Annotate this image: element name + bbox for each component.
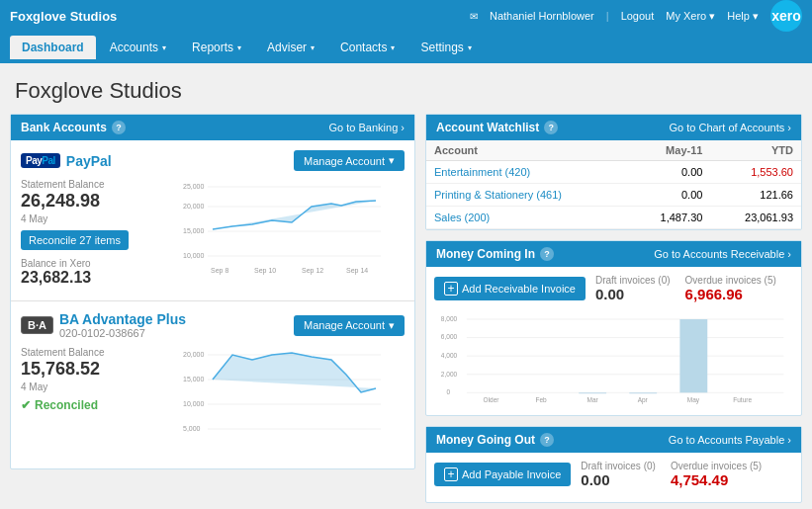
top-bar-right: ✉ Nathaniel Hornblower | Logout My Xero …: [470, 0, 802, 32]
money-out-stats: Draft invoices (0) 0.00 Overdue invoices…: [581, 461, 762, 488]
watchlist-row: Entertainment (420) 0.00 1,553.60: [426, 161, 801, 184]
contacts-caret: ▾: [391, 43, 395, 52]
paypal-manage-button[interactable]: Manage Account ▾: [294, 150, 405, 171]
add-receivable-invoice-button[interactable]: + Add Receivable Invoice: [434, 277, 586, 300]
ba-account-card: B·A BA Advantage Plus 020-0102-038667 Ma…: [11, 301, 414, 468]
money-out-body: + Add Payable Invoice Draft invoices (0)…: [426, 453, 801, 502]
paypal-bank-info: Statement Balance 26,248.98 4 May Reconc…: [21, 179, 149, 287]
money-going-out-panel: Money Going Out ? Go to Accounts Payable…: [425, 426, 802, 503]
ba-chart-svg: 20,000 15,000 10,000 5,000: [159, 347, 405, 456]
money-out-title: Money Going Out: [436, 433, 535, 447]
adviser-caret: ▾: [311, 43, 315, 52]
svg-text:Mar: Mar: [587, 396, 599, 403]
paypal-statement-label: Statement Balance: [21, 179, 149, 190]
money-in-info-icon: ?: [540, 247, 554, 261]
col-account: Account: [426, 140, 628, 161]
settings-caret: ▾: [468, 43, 472, 52]
paypal-reconcile-button[interactable]: Reconcile 27 items: [21, 230, 129, 250]
svg-text:5,000: 5,000: [183, 425, 201, 432]
ba-bank-info: Statement Balance 15,768.52 4 May ✔ Reco…: [21, 347, 149, 412]
svg-text:20,000: 20,000: [183, 351, 205, 358]
draft-invoices-out: Draft invoices (0) 0.00: [581, 461, 656, 488]
draft-invoices-in: Draft invoices (0) 0.00: [595, 275, 671, 302]
paypal-xero-balance: 23,682.13: [21, 269, 149, 287]
svg-text:15,000: 15,000: [183, 376, 205, 382]
watchlist-may: 1,487.30: [628, 207, 710, 229]
go-to-chart-link[interactable]: Go to Chart of Accounts ›: [669, 122, 791, 133]
ba-statement-amount: 15,768.52: [21, 359, 149, 380]
money-out-invoice-row: + Add Payable Invoice Draft invoices (0)…: [434, 461, 793, 488]
bank-accounts-panel: Bank Accounts ? Go to Banking › PayPal P…: [10, 114, 415, 469]
xero-logo: xero: [770, 0, 802, 32]
go-to-banking-link[interactable]: Go to Banking ›: [329, 122, 405, 133]
go-to-ap-link[interactable]: Go to Accounts Payable ›: [669, 434, 791, 446]
col-ytd: YTD: [710, 140, 801, 161]
ba-manage-button[interactable]: Manage Account ▾: [294, 315, 405, 336]
overdue-invoices-in: Overdue invoices (5) 6,966.96: [685, 275, 776, 302]
nav-settings[interactable]: Settings ▾: [408, 36, 483, 59]
paypal-logo: PayPal: [21, 153, 60, 168]
paypal-xero-label: Balance in Xero: [21, 258, 149, 269]
nav-accounts[interactable]: Accounts ▾: [98, 36, 178, 59]
username: Nathaniel Hornblower: [490, 10, 594, 22]
paypal-logo-area: PayPal PayPal: [21, 153, 112, 169]
money-out-info-icon: ?: [540, 433, 554, 447]
bank-accounts-title: Bank Accounts: [21, 121, 107, 134]
watchlist-account-name: Sales (200): [426, 207, 628, 229]
watchlist-ytd: 121.66: [710, 184, 801, 207]
watchlist-ytd: 23,061.93: [710, 207, 801, 229]
paypal-chart-svg: 25,000 20,000 15,000 10,000: [159, 179, 405, 288]
money-in-header: Money Coming In ? Go to Accounts Receiva…: [426, 241, 801, 267]
svg-text:10,000: 10,000: [183, 252, 205, 259]
ba-account-num: 020-0102-038667: [59, 327, 186, 339]
reports-caret: ▾: [237, 43, 241, 52]
col-may: May-11: [628, 140, 710, 161]
svg-text:0: 0: [446, 388, 450, 395]
paypal-account-card: PayPal PayPal Manage Account ▾ Statement…: [11, 140, 414, 301]
watchlist-ytd: 1,553.60: [710, 161, 801, 184]
money-out-header: Money Going Out ? Go to Accounts Payable…: [426, 427, 801, 453]
go-to-ar-link[interactable]: Go to Accounts Receivable ›: [654, 248, 791, 260]
svg-text:20,000: 20,000: [183, 203, 205, 210]
ba-logo-area: B·A BA Advantage Plus 020-0102-038667: [21, 311, 186, 339]
watchlist-account-name: Entertainment (420): [426, 161, 628, 184]
paypal-balance-date: 4 May: [21, 213, 149, 224]
watchlist-row: Printing & Stationery (461) 0.00 121.66: [426, 184, 801, 207]
checkmark-icon: ✔: [21, 398, 31, 412]
logout-link[interactable]: Logout: [621, 10, 655, 22]
ba-reconciled-badge: ✔ Reconciled: [21, 398, 149, 412]
bank-accounts-header: Bank Accounts ? Go to Banking ›: [11, 115, 414, 140]
svg-text:25,000: 25,000: [183, 183, 205, 190]
svg-text:4,000: 4,000: [441, 352, 458, 359]
top-bar: Foxglove Studios ✉ Nathaniel Hornblower …: [0, 0, 812, 32]
money-in-stats: Draft invoices (0) 0.00 Overdue invoices…: [595, 275, 776, 302]
svg-rect-33: [629, 392, 657, 393]
email-icon: ✉: [470, 11, 478, 22]
app-title: Foxglove Studios: [10, 9, 117, 24]
nav-adviser[interactable]: Adviser ▾: [255, 36, 326, 59]
nav-dashboard[interactable]: Dashboard: [10, 36, 96, 59]
accounts-caret: ▾: [162, 43, 166, 52]
watchlist-title: Account Watchlist: [436, 121, 539, 134]
my-xero-caret: ▾: [709, 10, 715, 22]
svg-text:2,000: 2,000: [441, 371, 458, 378]
add-payable-invoice-button[interactable]: + Add Payable Invoice: [434, 463, 571, 486]
ba-bank-name: BA Advantage Plus: [59, 311, 186, 327]
page-title: Foxglove Studios: [15, 78, 797, 104]
svg-text:May: May: [687, 396, 700, 404]
svg-text:Sep 12: Sep 12: [302, 267, 323, 275]
paypal-bank-name: PayPal: [66, 153, 112, 169]
nav-reports[interactable]: Reports ▾: [180, 36, 253, 59]
svg-text:Older: Older: [484, 396, 500, 403]
money-in-invoice-row: + Add Receivable Invoice Draft invoices …: [434, 275, 793, 302]
ba-manage-caret-icon: ▾: [389, 319, 395, 332]
my-xero-link[interactable]: My Xero ▾: [666, 10, 715, 23]
help-caret: ▾: [753, 10, 759, 22]
nav-contacts[interactable]: Contacts ▾: [328, 36, 406, 59]
account-watchlist-panel: Account Watchlist ? Go to Chart of Accou…: [425, 114, 802, 230]
overdue-invoices-out: Overdue invoices (5) 4,754.49: [671, 461, 762, 488]
help-link[interactable]: Help ▾: [727, 10, 759, 23]
paypal-chart: 25,000 20,000 15,000 10,000: [159, 179, 405, 291]
add-receivable-plus-icon: +: [444, 282, 458, 296]
page-title-bar: Foxglove Studios: [0, 63, 812, 114]
